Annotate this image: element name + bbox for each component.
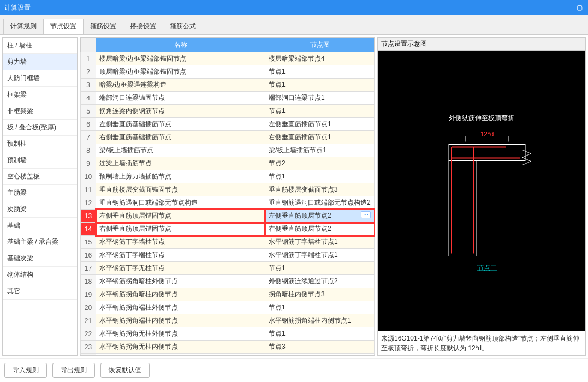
tab-1[interactable]: 节点设置 [43,19,84,34]
tab-2[interactable]: 箍筋设置 [83,19,123,34]
table-row[interactable]: 3暗梁/边框梁遇连梁构造节点1 [81,79,375,92]
table-row[interactable]: 12垂直钢筋遇洞口或端部无节点构造垂直钢筋遇洞口或端部无节点构造2 [81,196,375,210]
export-button[interactable]: 导出规则 [52,363,95,378]
sidebar-item-1[interactable]: 剪力墙 [3,54,77,70]
sidebar-item-2[interactable]: 人防门框墙 [3,70,77,87]
cell-name[interactable]: 右侧垂直筋顶层锚固节点 [96,223,265,236]
sidebar-item-4[interactable]: 非框架梁 [3,103,77,120]
table-row[interactable]: 5拐角连梁内侧钢筋节点节点1 [81,105,375,118]
table-row[interactable]: 4端部洞口连梁锚固节点端部洞口连梁节点1 [81,92,375,105]
tab-0[interactable]: 计算规则 [3,19,44,34]
cell-name[interactable]: 左侧垂直筋顶层锚固节点 [96,210,265,223]
table-row[interactable]: 16水平钢筋丁字端柱节点水平钢筋丁字端柱节点1 [81,249,375,262]
table-row[interactable]: 20水平钢筋拐角端柱外侧节点节点1 [81,301,375,314]
sidebar-item-9[interactable]: 主肋梁 [3,185,77,201]
cell-node[interactable]: 节点1 [265,105,375,118]
table-row[interactable]: 7右侧垂直筋基础插筋节点右侧垂直筋插筋节点1 [81,131,375,144]
cell-node[interactable]: 水平钢筋丁字墙柱节点1 [265,236,375,249]
cell-name[interactable]: 水平钢筋拐角端柱外侧节点 [96,301,265,314]
cell-name[interactable]: 水平钢筋丁字无柱节点 [96,262,265,275]
table-row[interactable]: 6左侧垂直筋基础插筋节点左侧垂直筋插筋节点1 [81,118,375,131]
cell-name[interactable]: 水平钢筋丁字端柱节点 [96,249,265,262]
cell-node[interactable]: 节点3 [265,341,375,354]
import-button[interactable]: 导入规则 [4,363,47,378]
sidebar-item-5[interactable]: 板 / 叠合板(整厚) [3,120,77,136]
sidebar-item-7[interactable]: 预制墙 [3,152,77,169]
cell-node[interactable]: 水平钢筋丁字端柱节点1 [265,249,375,262]
cell-node[interactable]: 水平钢筋拐角端柱内侧节点1 [265,314,375,327]
cell-name[interactable]: 右侧垂直筋基础插筋节点 [96,131,265,144]
sidebar-item-8[interactable]: 空心楼盖板 [3,169,77,185]
table-row[interactable]: 19水平钢筋拐角暗柱内侧节点拐角暗柱内侧节点3 [81,288,375,301]
sidebar-item-6[interactable]: 预制柱 [3,136,77,152]
cell-node[interactable]: 端部洞口连梁节点1 [265,92,375,105]
sidebar-item-3[interactable]: 框架梁 [3,87,77,103]
sidebar-item-11[interactable]: 基础 [3,218,77,234]
cell-name[interactable]: 垂直钢筋遇洞口或端部无节点构造 [96,196,265,210]
cell-name[interactable]: 楼层暗梁/边框梁端部锚固节点 [96,52,265,65]
tab-4[interactable]: 箍筋公式 [163,19,203,34]
cell-name[interactable]: 水平钢筋拐角暗柱内侧节点 [96,288,265,301]
cell-name[interactable]: 梁/板上墙插筋节点 [96,144,265,157]
cell-name[interactable]: 左侧垂直筋基础插筋节点 [96,118,265,131]
cell-node[interactable]: 垂直筋楼层变截面节点3 [265,183,375,196]
minimize-icon[interactable]: — [560,3,568,12]
cell-name[interactable]: 水平钢筋拐角端柱内侧节点 [96,314,265,327]
col-node[interactable]: 节点图 [265,38,375,52]
cell-node[interactable]: 梁/板上墙插筋节点1 [265,144,375,157]
table-scroll[interactable]: 名称 节点图 1楼层暗梁/边框梁端部锚固节点楼层暗梁端部节点42顶层暗梁/边框梁… [80,37,375,356]
cell-node[interactable]: 节点2 [265,157,375,170]
cell-node[interactable]: 垂直钢筋遇洞口或端部无节点构造2 [265,196,375,210]
table-row[interactable]: 23水平钢筋拐角无柱内侧节点节点3 [81,341,375,354]
cell-name[interactable]: 连梁上墙插筋节点 [96,157,265,170]
cell-name[interactable]: 端部洞口连梁锚固节点 [96,92,265,105]
cell-node[interactable]: 楼层暗梁端部节点4 [265,52,375,65]
cell-node[interactable]: 节点1 [265,301,375,314]
table-row[interactable]: 2顶层暗梁/边框梁端部锚固节点节点1 [81,65,375,79]
table-row[interactable]: 14右侧垂直筋顶层锚固节点右侧垂直筋顶层节点2 [81,223,375,236]
cell-node[interactable]: 节点1 [265,327,375,341]
cell-node[interactable]: 左侧垂直筋插筋节点1 [265,118,375,131]
restore-button[interactable]: 恢复默认值 [100,363,150,378]
cell-node[interactable]: 节点1 [265,79,375,92]
table-row[interactable]: 17水平钢筋丁字无柱节点节点1 [81,262,375,275]
table-row[interactable]: 24水平钢筋端部暗柱节点水平钢筋端部暗柱节点1 [81,354,375,356]
cell-name[interactable]: 水平钢筋拐角无柱内侧节点 [96,341,265,354]
cell-name[interactable]: 暗梁/边框梁遇连梁构造 [96,79,265,92]
sidebar-item-15[interactable]: 其它 [3,283,77,300]
cell-node[interactable]: 外侧钢筋连续通过节点2 [265,275,375,288]
cell-node[interactable]: 右侧垂直筋插筋节点1 [265,131,375,144]
cell-name[interactable]: 垂直筋楼层变截面锚固节点 [96,183,265,196]
cell-more-icon[interactable]: ⋯ [361,211,371,218]
table-row[interactable]: 21水平钢筋拐角端柱内侧节点水平钢筋拐角端柱内侧节点1 [81,314,375,327]
table-row[interactable]: 10预制墙上剪力墙插筋节点节点1 [81,170,375,183]
col-name[interactable]: 名称 [96,38,265,52]
table-row[interactable]: 22水平钢筋拐角无柱外侧节点节点1 [81,327,375,341]
table-row[interactable]: 13左侧垂直筋顶层锚固节点左侧垂直筋顶层节点2⋯ [81,210,375,223]
cell-name[interactable]: 水平钢筋端部暗柱节点 [96,354,265,356]
table-row[interactable]: 11垂直筋楼层变截面锚固节点垂直筋楼层变截面节点3 [81,183,375,196]
cell-name[interactable]: 水平钢筋拐角无柱外侧节点 [96,327,265,341]
sidebar-item-10[interactable]: 次肋梁 [3,201,77,218]
sidebar-item-12[interactable]: 基础主梁 / 承台梁 [3,234,77,250]
cell-node[interactable]: 左侧垂直筋顶层节点2⋯ [265,210,375,223]
sidebar-item-14[interactable]: 砌体结构 [3,267,77,283]
cell-node[interactable]: 右侧垂直筋顶层节点2 [265,223,375,236]
table-row[interactable]: 15水平钢筋丁字墙柱节点水平钢筋丁字墙柱节点1 [81,236,375,249]
cell-name[interactable]: 水平钢筋拐角暗柱外侧节点 [96,275,265,288]
table-row[interactable]: 1楼层暗梁/边框梁端部锚固节点楼层暗梁端部节点4 [81,52,375,65]
tab-3[interactable]: 搭接设置 [123,19,163,34]
cell-node[interactable]: 节点1 [265,65,375,79]
cell-name[interactable]: 水平钢筋丁字墙柱节点 [96,236,265,249]
cell-node[interactable]: 拐角暗柱内侧节点3 [265,288,375,301]
sidebar-item-0[interactable]: 柱 / 墙柱 [3,38,77,54]
cell-name[interactable]: 预制墙上剪力墙插筋节点 [96,170,265,183]
sidebar-item-13[interactable]: 基础次梁 [3,250,77,267]
cell-node[interactable]: 水平钢筋端部暗柱节点1 [265,354,375,356]
cell-node[interactable]: 节点1 [265,170,375,183]
cell-name[interactable]: 拐角连梁内侧钢筋节点 [96,105,265,118]
table-row[interactable]: 9连梁上墙插筋节点节点2 [81,157,375,170]
table-row[interactable]: 18水平钢筋拐角暗柱外侧节点外侧钢筋连续通过节点2 [81,275,375,288]
maximize-icon[interactable]: ▢ [575,3,584,12]
cell-name[interactable]: 顶层暗梁/边框梁端部锚固节点 [96,65,265,79]
